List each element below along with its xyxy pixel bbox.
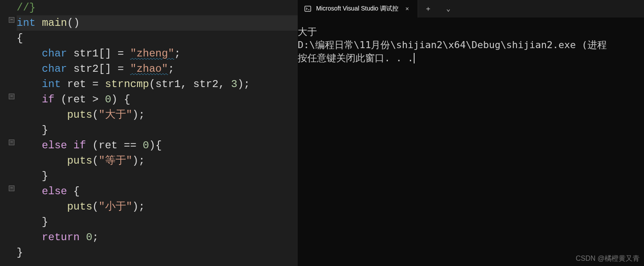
terminal-output[interactable]: 大于D:\编程日常\11月份\shijian2\x64\Debug\shijia… (298, 18, 644, 266)
chevron-down-icon: ⌄ (446, 4, 450, 13)
terminal-tab-bar: Microsoft Visual Studio 调试控 × ＋ ⌄ (298, 0, 644, 18)
svg-rect-0 (305, 6, 311, 11)
terminal-tab-title: Microsoft Visual Studio 调试控 (316, 5, 398, 13)
fold-toggle-icon[interactable]: − (9, 186, 14, 191)
code-line[interactable]: return 0; (17, 230, 298, 245)
new-tab-button[interactable]: ＋ (418, 0, 438, 18)
editor-gutter: −−−− (0, 0, 17, 266)
code-area[interactable]: //}int main(){ char str1[] = "zheng"; ch… (17, 0, 298, 266)
code-line[interactable]: } (17, 168, 298, 184)
code-line[interactable]: puts("等于"); (17, 153, 298, 168)
code-line[interactable]: else { (17, 184, 298, 199)
code-line[interactable]: char str1[] = "zheng"; (17, 46, 298, 61)
terminal-line: D:\编程日常\11月份\shijian2\x64\Debug\shijian2… (298, 38, 644, 52)
close-icon[interactable]: × (403, 4, 412, 13)
code-line[interactable]: //} (17, 0, 298, 15)
code-line[interactable]: else if (ret == 0){ (17, 138, 298, 153)
terminal-tab-active[interactable]: Microsoft Visual Studio 调试控 × (298, 0, 418, 18)
code-line[interactable]: puts("小于"); (17, 199, 298, 214)
code-line[interactable]: int main() (17, 15, 298, 31)
code-line[interactable]: int ret = strncmp(str1, str2, 3); (17, 77, 298, 92)
terminal-line: 按任意键关闭此窗口. . . (298, 52, 644, 65)
terminal-pane: Microsoft Visual Studio 调试控 × ＋ ⌄ 大于D:\编… (298, 0, 644, 266)
code-line[interactable]: } (17, 122, 298, 138)
terminal-cursor (414, 53, 415, 63)
code-line[interactable]: char str2[] = "zhao"; (17, 61, 298, 77)
terminal-icon (304, 5, 312, 13)
tab-actions: ＋ ⌄ (418, 0, 458, 18)
code-line[interactable]: { (17, 31, 298, 46)
terminal-line: 大于 (298, 25, 644, 38)
code-line[interactable]: } (17, 214, 298, 230)
code-editor-pane: −−−− //}int main(){ char str1[] = "zheng… (0, 0, 298, 266)
code-line[interactable]: puts("大于"); (17, 107, 298, 122)
fold-toggle-icon[interactable]: − (9, 140, 14, 145)
fold-toggle-icon[interactable]: − (9, 17, 14, 23)
tab-dropdown-button[interactable]: ⌄ (438, 0, 458, 18)
code-line[interactable]: } (17, 245, 298, 260)
fold-toggle-icon[interactable]: − (9, 94, 14, 99)
code-line[interactable]: if (ret > 0) { (17, 92, 298, 107)
plus-icon: ＋ (425, 4, 432, 14)
